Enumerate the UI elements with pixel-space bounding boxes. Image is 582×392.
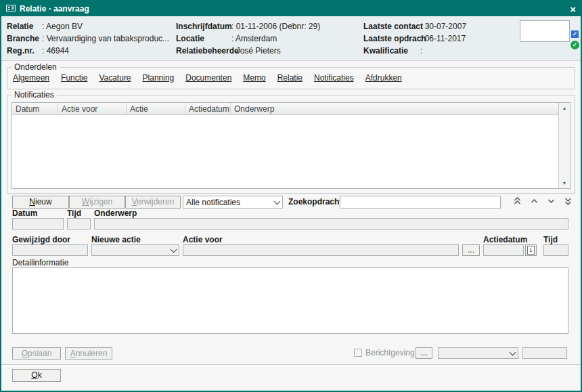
- gewijzigd-door-input[interactable]: [12, 244, 88, 256]
- header-column-3: Laatste contact: 30-07-2007 Laatste opdr…: [363, 22, 466, 56]
- field-value-laatste-opdracht: : 06-11-2017: [420, 34, 466, 43]
- berichtgeving-browse-button[interactable]: ...: [416, 347, 432, 359]
- column-header-onderwerp[interactable]: Onderwerp: [231, 103, 570, 114]
- field-label-locatie: Locatie: [176, 34, 231, 43]
- window-icon: [6, 4, 16, 14]
- field-label-laatste-contact: Laatste contact: [363, 22, 420, 31]
- berichtgeving-label: Berichtgeving: [365, 349, 415, 357]
- field-label-relatie: Relatie: [7, 22, 42, 31]
- link-planning[interactable]: Planning: [143, 73, 175, 83]
- ok-button[interactable]: Ok: [12, 369, 61, 382]
- header-column-1: Relatie: Aegon BV Branche: Vervaardiging…: [7, 22, 169, 56]
- column-header-actiedatum[interactable]: Actiedatum: [185, 103, 231, 114]
- delete-button: Verwijderen: [125, 196, 181, 209]
- detailinformatie-textarea[interactable]: [12, 267, 568, 334]
- field-value-regnr: : 46944: [42, 46, 69, 56]
- titlebar: Relatie - aanvraag ×: [1, 1, 581, 16]
- field-label-laatste-opdracht: Laatste opdrach: [363, 34, 420, 43]
- field-value-relatiebeheerder: : José Pieters: [231, 46, 281, 56]
- chevron-down-icon: [171, 246, 177, 253]
- link-vacature[interactable]: Vacature: [99, 73, 131, 83]
- berichtgeving-select[interactable]: [438, 347, 518, 359]
- tijd-input[interactable]: [67, 218, 91, 230]
- field-label-branche: Branche: [7, 34, 42, 43]
- onderdelen-legend: Onderdelen: [12, 62, 60, 72]
- field-label-relatiebeheerder: Relatiebeheerde: [176, 46, 231, 56]
- link-documenten[interactable]: Documenten: [185, 73, 231, 83]
- field-label-inschrijfdatum: Inschrijfdatum: [176, 22, 231, 31]
- field-label-kwalificatie: Kwalificatie: [363, 46, 420, 56]
- status-icons: ✓ ✓: [570, 30, 579, 49]
- new-button[interactable]: Nieuw: [12, 196, 69, 209]
- nieuwe-actie-label: Nieuwe actie: [91, 236, 141, 244]
- notificaties-group: Notificaties Datum Actie voor Actie Acti…: [7, 95, 575, 194]
- status-ok-icon: ✓: [570, 41, 579, 49]
- nav-first-button[interactable]: [511, 197, 523, 208]
- calendar-button[interactable]: 1: [525, 244, 537, 256]
- notificaties-legend: Notificaties: [12, 90, 57, 100]
- checked-checkbox-icon[interactable]: ✓: [571, 30, 579, 38]
- column-header-actie[interactable]: Actie: [127, 103, 185, 114]
- notifications-table-header: Datum Actie voor Actie Actiedatum Onderw…: [12, 103, 570, 115]
- nav-prev-button[interactable]: [528, 197, 540, 208]
- notifications-table: Datum Actie voor Actie Actiedatum Onderw…: [12, 102, 570, 189]
- onderwerp-label: Onderwerp: [94, 209, 137, 218]
- berichtgeving-input[interactable]: [522, 347, 567, 359]
- field-value-kwalificatie: :: [420, 46, 422, 56]
- close-icon[interactable]: ×: [570, 4, 576, 14]
- photo-placeholder: [520, 20, 570, 42]
- tijd2-label: Tijd: [543, 236, 558, 244]
- save-button: Opslaan: [12, 347, 61, 360]
- onderdelen-links: Algemeen Functie Vacature Planning Docum…: [13, 73, 402, 83]
- link-relatie[interactable]: Relatie: [277, 73, 303, 83]
- chevron-down-icon: [274, 198, 281, 204]
- link-memo[interactable]: Memo: [243, 73, 265, 83]
- field-value-relatie: : Aegon BV: [42, 22, 83, 31]
- calendar-icon: 1: [527, 246, 535, 255]
- record-navigation: [511, 197, 574, 208]
- tijd2-input[interactable]: [543, 244, 568, 256]
- link-algemeen[interactable]: Algemeen: [13, 73, 49, 83]
- field-value-branche: : Vervaardiging van tabaksproduc...: [42, 34, 169, 43]
- header-column-2: Inschrijfdatum: 01-11-2006 (Debnr: 29) L…: [176, 22, 320, 56]
- relation-info-header: Relatie: Aegon BV Branche: Vervaardiging…: [1, 16, 581, 61]
- nieuwe-actie-select[interactable]: [91, 244, 179, 256]
- datum-input[interactable]: [12, 218, 64, 230]
- scroll-up-icon[interactable]: ▲: [560, 103, 570, 113]
- nav-last-button[interactable]: [562, 197, 574, 208]
- scroll-down-icon[interactable]: ▼: [560, 178, 570, 188]
- search-input[interactable]: [340, 196, 501, 209]
- field-value-laatste-contact: : 30-07-2007: [420, 22, 466, 31]
- cancel-button: Annuleren: [65, 347, 112, 360]
- tijd-label: Tijd: [67, 209, 81, 218]
- link-afdrukken[interactable]: Afdrukken: [365, 73, 402, 83]
- onderwerp-input[interactable]: [94, 218, 568, 230]
- window-title: Relatie - aanvraag: [20, 4, 89, 14]
- onderdelen-group: Onderdelen Algemeen Functie Vacature Pla…: [7, 67, 575, 89]
- gewijzigd-door-label: Gewijzigd door: [12, 236, 70, 244]
- actie-voor-label: Actie voor: [183, 236, 223, 244]
- berichtgeving-checkbox[interactable]: [354, 349, 362, 357]
- vertical-scrollbar[interactable]: ▲ ▼: [558, 103, 570, 188]
- filter-select[interactable]: Alle notificaties: [183, 196, 283, 209]
- relatie-aanvraag-window: Relatie - aanvraag × Relatie: Aegon BV B…: [0, 0, 582, 392]
- actiedatum-input[interactable]: [483, 244, 524, 256]
- column-header-actie-voor[interactable]: Actie voor: [58, 103, 127, 114]
- actie-voor-browse-button[interactable]: ...: [462, 244, 480, 256]
- detailinformatie-label: Detailinformatie: [12, 259, 68, 267]
- nav-next-button[interactable]: [545, 197, 557, 208]
- actie-voor-input[interactable]: [183, 244, 459, 256]
- footer-separator: [1, 364, 581, 367]
- column-header-datum[interactable]: Datum: [12, 103, 58, 114]
- search-label: Zoekopdracht: [288, 198, 342, 206]
- link-functie[interactable]: Functie: [61, 73, 87, 83]
- field-value-locatie: : Amsterdam: [231, 34, 277, 43]
- field-value-inschrijfdatum: : 01-11-2006 (Debnr: 29): [231, 22, 320, 31]
- datum-label: Datum: [12, 209, 37, 218]
- field-label-regnr: Reg.nr.: [7, 46, 42, 56]
- actiedatum-label: Actiedatum: [483, 236, 527, 244]
- chevron-down-icon: [510, 349, 516, 355]
- edit-button: Wijzigen: [69, 196, 125, 209]
- link-notificaties[interactable]: Notificaties: [314, 73, 354, 83]
- filter-select-value: Alle notificaties: [186, 198, 240, 207]
